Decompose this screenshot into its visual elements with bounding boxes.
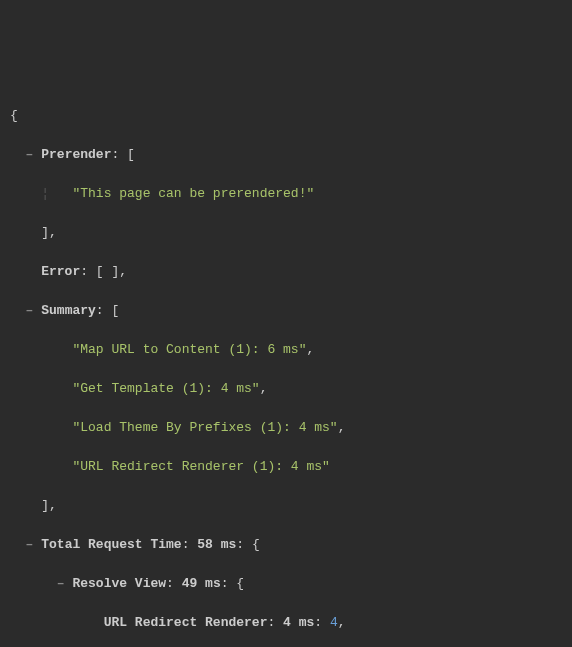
resolve-key[interactable]: – Resolve View: 49 ms: { bbox=[10, 574, 562, 594]
prerender-key[interactable]: – Prerender: [ bbox=[10, 145, 562, 165]
summary-close: ], bbox=[10, 496, 562, 516]
prerender-close: ], bbox=[10, 223, 562, 243]
error-key[interactable]: Error: [ ], bbox=[10, 262, 562, 282]
prerender-item-0: ¦ "This page can be prerendered!" bbox=[10, 184, 562, 204]
total-key[interactable]: – Total Request Time: 58 ms: { bbox=[10, 535, 562, 555]
url-redirect: URL Redirect Renderer: 4 ms: 4, bbox=[10, 613, 562, 633]
json-viewer: { – Prerender: [ ¦ "This page can be pre… bbox=[10, 86, 562, 647]
summary-item-1: "Get Template (1): 4 ms", bbox=[10, 379, 562, 399]
summary-item-3: "URL Redirect Renderer (1): 4 ms" bbox=[10, 457, 562, 477]
summary-item-2: "Load Theme By Prefixes (1): 4 ms", bbox=[10, 418, 562, 438]
root-open[interactable]: { bbox=[10, 106, 562, 126]
summary-key[interactable]: – Summary: [ bbox=[10, 301, 562, 321]
summary-item-0: "Map URL to Content (1): 6 ms", bbox=[10, 340, 562, 360]
